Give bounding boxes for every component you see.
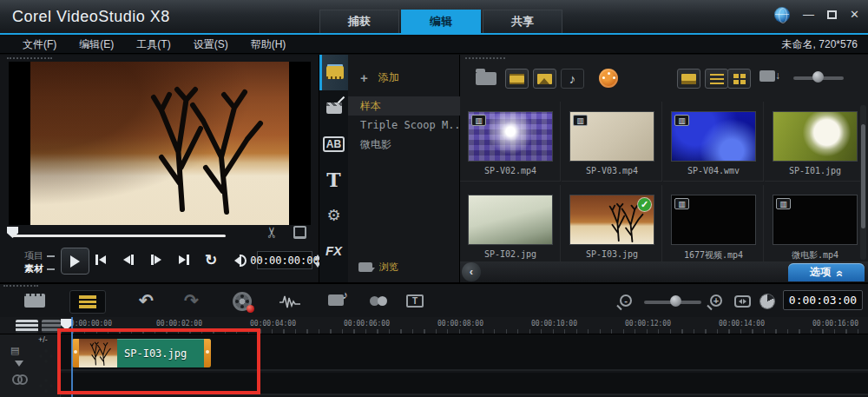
preview-scrubber-track[interactable] (12, 235, 226, 237)
filter-photo-button[interactable] (533, 69, 556, 89)
nav-instant-project-button[interactable] (319, 90, 348, 126)
show-titles-button[interactable] (677, 69, 700, 89)
all-tracks-icon[interactable] (16, 320, 38, 333)
next-frame-button[interactable] (151, 255, 161, 265)
zoom-out-button[interactable]: - (620, 294, 632, 307)
home-button[interactable] (95, 255, 106, 265)
close-button[interactable]: ✕ (850, 8, 859, 22)
fit-project-button[interactable] (734, 295, 751, 308)
split-clip-icon[interactable]: ✂ (263, 226, 281, 238)
library-drag-handle[interactable] (465, 57, 505, 59)
nav-filter-button[interactable]: FX (319, 233, 348, 268)
thumbnail-1677-video[interactable]: ▥ (671, 195, 756, 245)
volume-button[interactable] (229, 255, 247, 267)
timeline-icon (79, 295, 96, 308)
mode-project[interactable]: 项目 (24, 249, 55, 262)
thumbnail-sp-i01[interactable] (773, 111, 858, 162)
library-item[interactable]: ✓ SP-I03.jpg (562, 185, 662, 265)
library-item[interactable]: ▥ 微电影.mp4 (765, 185, 865, 265)
tab-capture[interactable]: 捕获 (319, 10, 399, 33)
nav-media-button[interactable] (319, 55, 348, 90)
back-button[interactable]: ‹ (462, 262, 481, 281)
subtitle-editor-button[interactable]: T (406, 294, 424, 308)
preview-panel: ✂ 项目 素材 ↻ 00:00:00:00 (0, 55, 319, 282)
mode-clip[interactable]: 素材 (24, 262, 55, 275)
thumbnail-sp-i02[interactable] (468, 195, 553, 245)
library-scrollbar[interactable] (860, 105, 866, 260)
record-capture-button[interactable] (233, 292, 252, 311)
maximize-button[interactable] (827, 10, 837, 19)
library-item[interactable]: ▥ SP-V02.mp4 (460, 102, 561, 182)
film-reel-icon (233, 292, 252, 311)
help-globe-icon[interactable] (774, 7, 790, 23)
end-button[interactable] (179, 255, 189, 265)
track-visibility-icon[interactable]: ▤ (10, 345, 26, 355)
options-button[interactable]: 选项 « (788, 263, 865, 281)
browse-icon (358, 262, 372, 272)
auto-music-button[interactable] (328, 294, 344, 306)
duration-button[interactable] (760, 294, 774, 308)
expand-tracks-arrow-icon[interactable] (15, 361, 23, 371)
browse-button[interactable]: 浏览 (358, 261, 398, 274)
speed-dial-icon[interactable] (599, 69, 618, 88)
menu-file[interactable]: 文件(F) (23, 37, 56, 52)
import-folder-icon[interactable] (476, 72, 496, 85)
nav-graphic-button[interactable]: ⚙ (319, 197, 348, 233)
thumbnail-micro-movie[interactable]: ▥ (773, 195, 858, 245)
ruler-label: 00:00:10:00 (531, 320, 577, 328)
library-item[interactable]: ▥ SP-V04.wmv (663, 102, 764, 182)
thumbnail-sp-i03[interactable]: ✓ (569, 195, 654, 245)
library-scrollbar-thumb[interactable] (861, 124, 865, 228)
undo-button[interactable]: ↶ (139, 292, 154, 309)
ripple-link-icon[interactable] (12, 374, 24, 381)
filter-music-button[interactable]: ♪ (561, 69, 584, 89)
thumbnail-sp-v04[interactable]: ▥ (671, 111, 756, 162)
filter-video-button[interactable] (505, 69, 529, 89)
library-item[interactable]: ▥ SP-V03.mp4 (562, 102, 662, 182)
menu-edit[interactable]: 编辑(E) (79, 37, 114, 52)
storyboard-view-button[interactable] (24, 294, 45, 308)
timeline-timecode[interactable]: 0:00:03:00 (783, 290, 863, 310)
auto-music-icon (328, 294, 344, 306)
thumbnail-sp-v03[interactable]: ▥ (569, 111, 654, 162)
menu-help[interactable]: 帮助(H) (251, 37, 286, 52)
tab-share[interactable]: 共享 (483, 10, 562, 33)
library-item[interactable]: SP-I02.jpg (460, 185, 561, 265)
thumbnail-sp-v02[interactable]: ▥ (468, 111, 553, 162)
previous-frame-button[interactable] (123, 255, 134, 265)
add-folder-button[interactable]: + 添加 (360, 70, 399, 85)
thumbnail-view-button[interactable] (727, 69, 751, 89)
minimize-button[interactable]: — (803, 8, 814, 22)
menu-settings[interactable]: 设置(S) (194, 37, 228, 52)
folder-item-sample[interactable]: 样本 (348, 96, 460, 116)
track-manager-button[interactable]: +/- (38, 335, 48, 344)
panel-drag-handle[interactable] (7, 57, 52, 59)
library-item[interactable]: SP-I01.jpg (765, 102, 865, 182)
folder-item-triple-scoop[interactable]: Triple Scoop M... (348, 116, 460, 135)
track-motion-button[interactable] (370, 295, 389, 308)
subtitle-icon: T (406, 294, 424, 308)
folder-item-micro-movie[interactable]: 微电影 (348, 135, 460, 154)
preview-timecode[interactable]: 00:00:00:00 (257, 251, 312, 269)
tab-edit[interactable]: 编辑 (401, 10, 481, 33)
repeat-button[interactable]: ↻ (205, 251, 217, 269)
list-view-button[interactable] (705, 69, 728, 89)
redo-button[interactable]: ↷ (184, 292, 199, 309)
video-badge-icon: ▥ (776, 198, 791, 209)
play-button[interactable] (61, 248, 89, 275)
sort-button[interactable] (760, 70, 775, 82)
thumbnail-size-slider-knob[interactable] (812, 71, 824, 83)
zoom-in-button[interactable]: + (710, 294, 722, 307)
library-item[interactable]: ▥ 1677视频.mp4 (663, 185, 764, 265)
menu-tools[interactable]: 工具(T) (136, 37, 170, 52)
nav-title-button[interactable]: T (319, 162, 348, 197)
nav-transition-button[interactable]: AB (319, 126, 348, 162)
zoom-in-icon: + (710, 294, 722, 307)
timeline-view-button[interactable] (69, 290, 106, 314)
enlarge-preview-icon[interactable] (293, 227, 306, 238)
waveform-icon (279, 295, 302, 309)
gallery-folder-panel: + 添加 样本 Triple Scoop M... 微电影 浏览 (348, 55, 460, 282)
sound-mixer-button[interactable] (279, 295, 302, 309)
ruler-label: 00:00:02:00 (156, 320, 202, 328)
timeline-zoom-slider-knob[interactable] (670, 295, 681, 307)
